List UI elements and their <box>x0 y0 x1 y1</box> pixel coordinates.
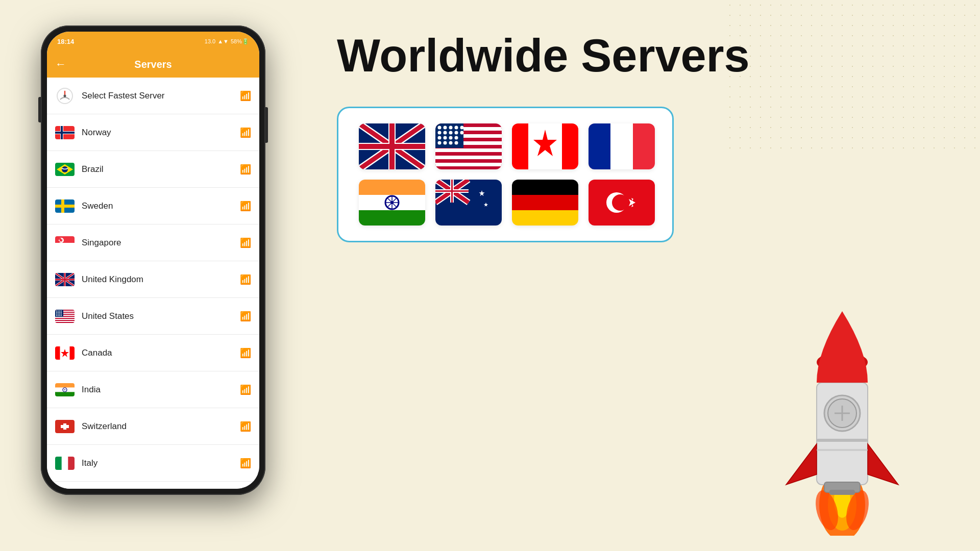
server-name-italy: Italy <box>82 458 240 468</box>
status-time: 18:14 <box>57 38 74 45</box>
server-item-switzerland[interactable]: Switzerland 📶 <box>47 408 259 445</box>
svg-rect-11 <box>55 205 75 208</box>
svg-point-90 <box>438 131 442 135</box>
flag-card-australia[interactable] <box>435 180 502 226</box>
flag-card-germany[interactable] <box>512 180 578 226</box>
svg-point-92 <box>449 131 453 135</box>
phone-screen: 18:14 13.0 ▲▼ 58%🔋 ← Servers <box>47 32 259 489</box>
svg-rect-104 <box>512 123 528 169</box>
svg-rect-82 <box>435 156 502 159</box>
server-item-sweden[interactable]: Sweden 📶 <box>47 188 259 224</box>
signal-usa: 📶 <box>240 311 251 322</box>
svg-point-88 <box>455 126 458 130</box>
svg-rect-54 <box>55 346 60 360</box>
svg-point-44 <box>61 312 62 313</box>
svg-point-40 <box>61 310 62 311</box>
svg-point-45 <box>56 313 57 314</box>
fastest-server-item[interactable]: Select Fastest Server 📶 <box>47 78 259 114</box>
server-name-sweden: Sweden <box>82 201 240 211</box>
flag-grid <box>337 107 674 242</box>
svg-point-43 <box>59 312 60 313</box>
svg-point-16 <box>62 239 63 240</box>
server-name-norway: Norway <box>82 128 240 138</box>
wifi-icon: ▲▼ <box>217 38 229 44</box>
svg-point-41 <box>56 312 57 313</box>
server-name-canada: Canada <box>82 348 240 358</box>
flag-card-usa[interactable] <box>435 123 502 169</box>
svg-rect-81 <box>435 148 502 152</box>
server-item-singapore[interactable]: Singapore 📶 <box>47 224 259 261</box>
flag-norway <box>55 126 75 139</box>
flag-india <box>55 383 75 396</box>
svg-point-50 <box>58 315 59 316</box>
flag-brazil <box>55 163 75 176</box>
svg-point-97 <box>449 136 453 140</box>
svg-point-47 <box>59 313 60 314</box>
status-bar: 18:14 13.0 ▲▼ 58%🔋 <box>47 32 259 51</box>
svg-point-87 <box>449 126 453 130</box>
server-name-uk: United Kingdom <box>82 274 240 285</box>
flag-card-turkey[interactable] <box>589 180 655 226</box>
server-item-brazil[interactable]: Brazil 📶 <box>47 151 259 188</box>
svg-point-93 <box>455 131 458 135</box>
svg-point-38 <box>58 310 59 311</box>
signal-singapore: 📶 <box>240 237 251 248</box>
svg-point-95 <box>438 136 442 140</box>
phone-container: 18:14 13.0 ▲▼ 58%🔋 ← Servers <box>41 26 265 505</box>
svg-rect-76 <box>389 123 395 169</box>
phone-outer: 18:14 13.0 ▲▼ 58%🔋 ← Servers <box>41 26 265 495</box>
status-icons: 13.0 ▲▼ 58%🔋 <box>205 38 249 45</box>
server-name-usa: United States <box>82 311 240 321</box>
header-title: Servers <box>134 59 172 70</box>
svg-point-89 <box>460 126 464 130</box>
svg-point-102 <box>455 141 458 145</box>
svg-rect-64 <box>61 425 69 428</box>
svg-rect-112 <box>359 210 425 226</box>
svg-rect-154 <box>829 490 855 495</box>
svg-rect-33 <box>55 317 75 318</box>
server-name-switzerland: Switzerland <box>82 421 240 432</box>
signal-sweden: 📶 <box>240 201 251 212</box>
svg-rect-59 <box>55 392 75 396</box>
signal-canada: 📶 <box>240 347 251 359</box>
svg-rect-57 <box>55 383 75 388</box>
svg-point-19 <box>59 239 60 240</box>
flag-card-uk[interactable] <box>359 123 425 169</box>
svg-point-52 <box>61 315 62 316</box>
battery-icon: 58%🔋 <box>231 38 249 45</box>
flag-card-france[interactable] <box>589 123 655 169</box>
svg-point-100 <box>444 141 447 145</box>
worldwide-title: Worldwide Servers <box>337 31 750 81</box>
signal-brazil: 📶 <box>240 164 251 175</box>
svg-rect-12 <box>61 199 64 213</box>
signal-uk: 📶 <box>240 274 251 285</box>
server-item-usa[interactable]: United States 📶 <box>47 298 259 335</box>
svg-rect-35 <box>55 321 75 322</box>
flag-card-india[interactable] <box>359 180 425 226</box>
back-button[interactable]: ← <box>55 58 66 71</box>
svg-point-135 <box>612 194 628 211</box>
server-item-canada[interactable]: Canada 📶 <box>47 335 259 371</box>
signal-strength-icon: 13.0 <box>205 38 215 44</box>
svg-point-18 <box>60 241 61 242</box>
svg-point-42 <box>58 312 59 313</box>
server-item-india[interactable]: India 📶 <box>47 371 259 408</box>
signal-italy: 📶 <box>240 458 251 469</box>
server-list: Select Fastest Server 📶 Norw <box>47 78 259 489</box>
flag-card-canada[interactable] <box>512 123 578 169</box>
server-item-norway[interactable]: Norway 📶 <box>47 114 259 151</box>
svg-point-51 <box>59 315 60 316</box>
signal-switzerland: 📶 <box>240 421 251 432</box>
signal-norway: 📶 <box>240 127 251 138</box>
server-item-uk[interactable]: United Kingdom 📶 <box>47 261 259 298</box>
svg-point-94 <box>460 131 464 135</box>
svg-rect-131 <box>512 195 578 210</box>
server-item-italy[interactable]: Italy 📶 <box>47 445 259 482</box>
svg-point-17 <box>61 241 62 242</box>
svg-rect-5 <box>55 132 75 134</box>
flag-uk <box>55 273 75 286</box>
svg-rect-110 <box>359 180 425 195</box>
flag-singapore <box>55 236 75 249</box>
svg-point-86 <box>444 126 447 130</box>
svg-rect-55 <box>70 346 75 360</box>
